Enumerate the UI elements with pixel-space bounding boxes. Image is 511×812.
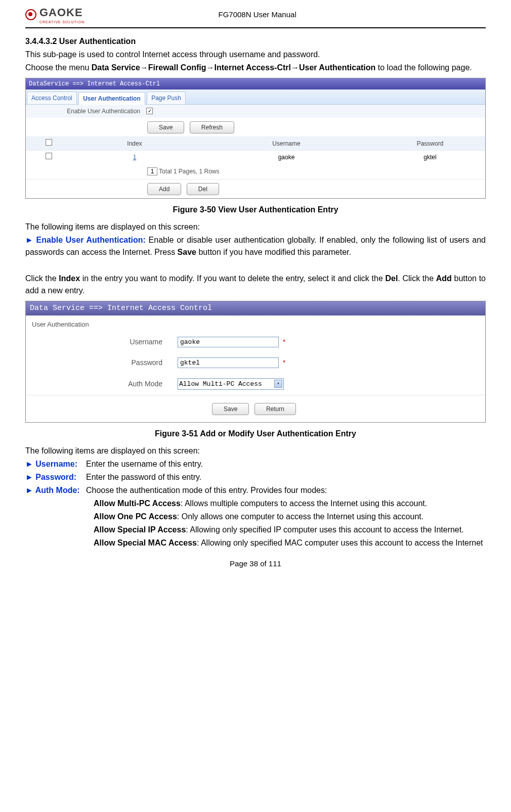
mode1-text: : Allows multiple computers to access th… [181, 499, 427, 508]
section-number: 3.4.4.3.2 [25, 37, 57, 46]
add-button[interactable]: Add [147, 183, 181, 195]
enable-term: ► Enable User Authentication: [25, 236, 146, 244]
authmode-select[interactable]: Allow Multi-PC Access ▾ [178, 378, 284, 390]
refresh-button[interactable]: Refresh [190, 121, 234, 133]
table-header: Index Username Password [26, 137, 485, 150]
enable-auth-checkbox[interactable]: ✓ [146, 108, 153, 114]
cell-password: gktel [375, 151, 485, 164]
mode-multi-pc: Allow Multi-PC Access: Allows multiple c… [94, 498, 486, 510]
required-mark: * [283, 357, 285, 368]
return-button[interactable]: Return [254, 403, 296, 415]
row-checkbox[interactable] [46, 153, 52, 159]
tab-row: Access Control User Authentication Page … [26, 89, 485, 105]
mode-special-mac: Allow Special MAC Access: Allowing only … [94, 537, 486, 549]
window-titlebar: DataService ==> Internet Access-Ctrl [26, 78, 485, 89]
click-end: . Click the [398, 274, 436, 283]
authmode-desc: Choose the authentication mode of this e… [86, 484, 486, 497]
click-mid: in the entry you want to modify. If you … [80, 274, 385, 283]
logo: GAOKE CREATIVE SOLUTION [25, 4, 84, 25]
col-username: Username [198, 137, 375, 150]
authmode-label: Auth Mode [26, 379, 178, 389]
intro-text: This sub-page is used to control Interne… [25, 49, 486, 61]
mode2-text: : Only allows one computer to access the… [177, 512, 423, 521]
menu-path: Data Service→Firewall Config→Internet Ac… [92, 63, 376, 72]
page-header: GAOKE CREATIVE SOLUTION FG7008N User Man… [25, 0, 486, 28]
password-label: Password [26, 357, 178, 368]
mode-special-ip: Allow Special IP Access: Allowing only s… [94, 524, 486, 536]
col-index: Index [71, 137, 198, 150]
cell-username: gaoke [198, 151, 375, 164]
document-title: FG7008N User Manual [218, 9, 296, 21]
chevron-down-icon: ▾ [274, 380, 282, 388]
window-titlebar-2: Data Service ==> Internet Access Control [26, 301, 485, 316]
table-row: 1 gaoke gktel [26, 150, 485, 164]
figure-caption-1: Figure 3-50 View User Authentication Ent… [25, 204, 486, 216]
tab-access-control[interactable]: Access Control [27, 92, 77, 104]
menu-post: to load the following page. [375, 63, 472, 72]
mode-one-pc: Allow One PC Access: Only allows one com… [94, 511, 486, 523]
screenshot-add-modify: Data Service ==> Internet Access Control… [25, 301, 486, 423]
username-input[interactable] [178, 337, 279, 347]
enable-auth-label: Enable User Authentication [30, 107, 146, 116]
authmode-term: ► Auth Mode: [25, 486, 80, 494]
items-intro-2: The following items are displayed on thi… [25, 445, 486, 457]
index-link[interactable]: 1 [133, 154, 137, 161]
password-term: ► Password: [25, 473, 76, 481]
username-term: ► Username: [25, 460, 77, 468]
enable-desc-2: button if you have modified this paramet… [196, 248, 351, 256]
logo-subtitle: CREATIVE SOLUTION [39, 20, 84, 25]
form-subtitle: User Authentication [26, 315, 485, 332]
username-label: Username [26, 337, 178, 347]
items-intro-1: The following items are displayed on thi… [25, 221, 486, 233]
password-desc: Enter the password of this entry. [86, 471, 486, 483]
figure-caption-2: Figure 3-51 Add or Modify User Authentic… [25, 428, 486, 440]
click-pre: Click the [25, 274, 59, 283]
index-bold: Index [59, 274, 80, 283]
col-password: Password [375, 137, 485, 150]
mode2-bold: Allow One PC Access [94, 512, 177, 521]
page-footer: Page 38 of 111 [25, 558, 486, 570]
del-button[interactable]: Del [187, 183, 219, 195]
logo-text: GAOKE [39, 4, 84, 21]
screenshot-view-entries: DataService ==> Internet Access-Ctrl Acc… [25, 78, 486, 199]
section-title: User Authentication [59, 37, 136, 46]
mode4-bold: Allow Special MAC Access [94, 538, 197, 547]
select-all-checkbox[interactable] [46, 139, 52, 146]
tab-page-push[interactable]: Page Push [147, 92, 186, 104]
page-input[interactable] [147, 167, 157, 175]
menu-path-text: Choose the menu Data Service→Firewall Co… [25, 62, 486, 74]
add-bold: Add [436, 274, 452, 283]
pager-text: Total 1 Pages, 1 Rows [157, 168, 220, 175]
menu-pre: Choose the menu [25, 63, 92, 72]
save-button[interactable]: Save [147, 121, 184, 133]
authmode-value: Allow Multi-PC Access [179, 379, 262, 389]
del-bold: Del [385, 274, 398, 283]
mode4-text: : Allowing only specified MAC computer u… [197, 538, 483, 547]
enable-auth-desc: ► Enable User Authentication: Enable or … [25, 234, 486, 258]
mode1-bold: Allow Multi-PC Access [94, 499, 181, 508]
save-button-2[interactable]: Save [212, 403, 249, 415]
pager: Total 1 Pages, 1 Rows [26, 164, 485, 179]
username-desc: Enter the username of this entry. [86, 458, 486, 470]
section-heading: 3.4.4.3.2 User Authentication [25, 35, 486, 48]
tab-user-authentication[interactable]: User Authentication [78, 92, 145, 105]
mode3-bold: Allow Special IP Access [94, 525, 186, 534]
password-input[interactable] [178, 357, 279, 368]
save-bold: Save [178, 248, 196, 256]
index-instruction: Click the Index in the entry you want to… [25, 273, 486, 297]
mode3-text: : Allowing only specified IP computer us… [186, 525, 463, 534]
logo-icon [25, 9, 36, 20]
required-mark: * [283, 337, 285, 347]
